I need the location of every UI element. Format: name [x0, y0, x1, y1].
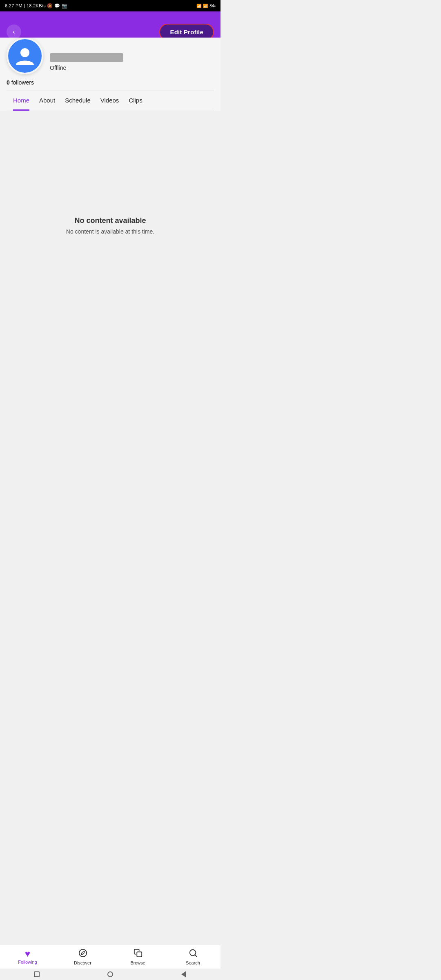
status-bar: 6:27 PM | 18.2KB/s 🔕 💬 📷 📶 📶 84▪: [0, 0, 220, 11]
status-time-network: 6:27 PM | 18.2KB/s 🔕 💬 📷: [5, 3, 67, 9]
online-status: Offline: [50, 65, 214, 71]
no-content-title: No content available: [74, 216, 146, 225]
battery-icon: 84▪: [209, 4, 216, 8]
signal-icon: 📶: [196, 4, 201, 8]
tab-home[interactable]: Home: [13, 91, 29, 111]
profile-top: Offline: [7, 38, 214, 74]
followers-label-text: followers: [11, 79, 34, 86]
tab-about[interactable]: About: [39, 91, 55, 111]
tab-clips[interactable]: Clips: [129, 91, 142, 111]
content-area: No content available No content is avail…: [0, 111, 220, 340]
followers-count: 0: [7, 79, 10, 86]
status-right: 📶 📶 84▪: [196, 4, 216, 8]
username-blurred: [50, 53, 123, 62]
tab-schedule[interactable]: Schedule: [65, 91, 91, 111]
back-icon: ‹: [13, 28, 15, 36]
avatar: [7, 38, 43, 74]
avatar-icon: [13, 45, 36, 67]
no-content-subtitle: No content is available at this time.: [66, 228, 154, 235]
wifi-icon: 📶: [203, 4, 208, 8]
profile-section: Offline 0 followers Home About Schedule …: [0, 38, 220, 111]
profile-info: Offline: [50, 38, 214, 74]
back-button[interactable]: ‹: [7, 24, 21, 39]
tab-videos[interactable]: Videos: [100, 91, 119, 111]
profile-tabs: Home About Schedule Videos Clips: [7, 91, 214, 111]
followers-row: 0 followers: [7, 79, 214, 86]
svg-point-0: [20, 48, 29, 57]
